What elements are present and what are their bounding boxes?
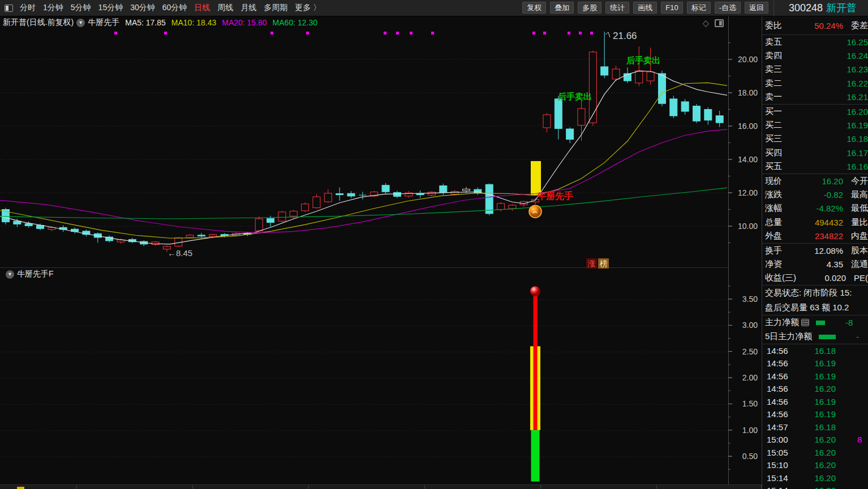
main-chart-header: 新开普(日线.前复权) ▼ 牛掰先手 MA5: 17.85MA10: 18.43…	[3, 18, 317, 28]
buy-levels: 买一16.20买二16.19买三16.18买四16.17买五16.16	[762, 104, 868, 174]
chevron-down-icon[interactable]: ▼	[76, 19, 85, 27]
quote-label: 卖三	[765, 64, 782, 75]
sell-level-row[interactable]: 卖二16.22	[762, 76, 868, 90]
quote-row[interactable]: 收益(三)0.020PE(	[762, 271, 868, 285]
weibi-row[interactable]: 委比50.24%委差	[762, 16, 868, 34]
diamond-icon[interactable]: ◇	[702, 18, 709, 28]
tick-row[interactable]: 14:5616.19	[762, 408, 868, 421]
period-tab-60分钟[interactable]: 60分钟	[162, 3, 187, 12]
sub-indicator-pane[interactable]: ▼ 牛掰先手F	[0, 267, 728, 484]
sell-signal-label: 后手卖出	[557, 92, 592, 101]
quote-label: 卖二	[765, 78, 782, 89]
strip-tick	[76, 485, 77, 489]
sell-level-row[interactable]: 卖四16.24	[762, 49, 868, 62]
quote-row[interactable]: 涨跌-0.82最高	[762, 188, 868, 201]
period-tab-分时[interactable]: 分时	[20, 3, 36, 12]
period-tab-日线[interactable]: 日线	[194, 3, 210, 12]
ma-line-MA10	[0, 83, 727, 238]
quote-value: 16.19	[824, 120, 868, 130]
tick-row[interactable]: 14:5616.19	[762, 395, 868, 408]
quote-label: 买三	[765, 133, 782, 144]
quote-value: 494432	[799, 218, 843, 227]
strip-tick	[192, 485, 193, 489]
tick-time: 14:56	[767, 409, 796, 419]
quote-row[interactable]: 外盘234822内盘	[762, 229, 868, 243]
sell-level-row[interactable]: 卖一16.21	[762, 90, 868, 104]
toolbar-button-F10[interactable]: F10	[661, 2, 682, 14]
toolbar-buttons: 复权叠加多股统计画线F10标记-自选返回	[522, 3, 772, 13]
tick-row[interactable]: 14:5616.19	[762, 357, 868, 370]
toolbar-button-画线[interactable]: 画线	[633, 2, 657, 14]
quote-row[interactable]: 总量494432量比	[762, 215, 868, 229]
quote-row[interactable]: 涨幅-4.82%最低	[762, 202, 868, 215]
chevron-down-icon[interactable]: ▼	[6, 270, 14, 279]
quote-sidebar: 委比50.24%委差卖五16.25卖四16.24卖三16.23卖二16.22卖一…	[762, 16, 868, 489]
sub-axis-label: 1.00	[742, 426, 758, 435]
buy-level-row[interactable]: 买三16.18	[762, 132, 868, 146]
signal-highlight-bar	[531, 161, 541, 195]
tick-row[interactable]: 14:5616.19	[762, 370, 868, 383]
period-tab-30分钟[interactable]: 30分钟	[130, 3, 155, 12]
period-tab-1分钟[interactable]: 1分钟	[43, 3, 63, 12]
period-tab-周线[interactable]: 周线	[217, 3, 233, 12]
tick-row[interactable]: 15:1416.20	[762, 471, 868, 484]
quote-row[interactable]: 现价16.20今开	[762, 174, 868, 188]
zhang-badge[interactable]: 涨	[586, 258, 597, 269]
buy-level-row[interactable]: 买四16.17	[762, 146, 868, 159]
toolbar-button-多股[interactable]: 多股	[578, 2, 601, 14]
toolbar-button-叠加[interactable]: 叠加	[550, 2, 574, 14]
trade-status-line: 交易状态: 闭市阶段 15:	[762, 285, 868, 300]
tick-price: 16.20	[796, 473, 836, 483]
bottom-scroll-strip[interactable]	[0, 484, 762, 489]
toolbar-button-复权[interactable]: 复权	[522, 2, 546, 14]
tick-time: 15:00	[767, 435, 796, 444]
period-menu: 分时1分钟5分钟15分钟30分钟60分钟日线周线月线多周期更多 〉	[20, 3, 328, 13]
buy-level-row[interactable]: 买一16.20	[762, 105, 868, 118]
quote-value: 50.24%	[799, 21, 843, 31]
period-tab-15分钟[interactable]: 15分钟	[98, 3, 123, 12]
tick-row[interactable]: 15:0016.208	[762, 434, 868, 447]
main-force-label: 主力净额	[765, 317, 799, 328]
quote-label: 买二	[765, 120, 782, 131]
tick-time: 15:14	[767, 473, 796, 483]
quote-label: 净资	[765, 259, 782, 270]
sell-level-row[interactable]: 卖三16.23	[762, 63, 868, 76]
quote-row[interactable]: 净资4.35流通	[762, 257, 868, 271]
stock-name: 新开普	[826, 2, 857, 14]
price-axis: 20.0018.0016.0014.0012.0010.003.503.002.…	[728, 16, 762, 489]
main-chart-pane[interactable]: 21.66←8.45后手卖出后手卖出︿牛掰先手 新开普(日线.前复权) ▼ 牛掰…	[0, 16, 728, 267]
quote-summary: 现价16.20今开涨跌-0.82最高涨幅-4.82%最低总量494432量比外盘…	[762, 174, 868, 285]
tick-row[interactable]: 15:0516.20	[762, 446, 868, 459]
quote-value: 16.23	[824, 64, 868, 74]
toolbar-button-标记[interactable]: 标记	[687, 2, 711, 14]
period-tab-月线[interactable]: 月线	[240, 3, 256, 12]
period-tab-多周期[interactable]: 多周期	[264, 3, 287, 12]
quote-row[interactable]: 换手12.08%股本	[762, 244, 868, 257]
buy-level-row[interactable]: 买二16.19	[762, 118, 868, 132]
indicator-chart	[0, 268, 728, 485]
toolbar-button--自选[interactable]: -自选	[715, 2, 741, 14]
tick-row[interactable]: 14:5716.18	[762, 421, 868, 434]
quote-value: 16.20	[799, 176, 843, 186]
tick-row[interactable]: 14:5616.18	[762, 344, 868, 357]
sell-level-row[interactable]: 卖五16.25	[762, 35, 868, 49]
chart-title: 新开普(日线.前复权)	[3, 18, 74, 28]
sub-axis-label: 2.00	[742, 373, 758, 382]
quote-value: 4.35	[799, 259, 843, 269]
tick-row[interactable]: 14:5616.20	[762, 383, 868, 396]
buy-level-row[interactable]: 买五16.16	[762, 160, 868, 174]
period-tab-更多 〉[interactable]: 更多 〉	[295, 3, 321, 12]
strip-tick	[308, 485, 309, 489]
quote-value: -0.82	[799, 190, 843, 200]
tick-row[interactable]: 15:1416.20	[762, 484, 868, 489]
low-price-label: ←8.45	[167, 248, 192, 258]
period-tab-5分钟[interactable]: 5分钟	[71, 3, 91, 12]
bang-badge[interactable]: 榜	[598, 258, 609, 269]
list-icon[interactable]	[801, 319, 809, 326]
tick-row[interactable]: 15:1016.20	[762, 459, 868, 472]
split-panel-icon[interactable]	[715, 19, 724, 27]
sidebar-toggle-icon[interactable]	[5, 5, 13, 12]
ma-label: MA5: 17.85	[125, 18, 166, 27]
toolbar-button-统计[interactable]: 统计	[605, 2, 629, 14]
toolbar-button-返回[interactable]: 返回	[745, 2, 768, 14]
